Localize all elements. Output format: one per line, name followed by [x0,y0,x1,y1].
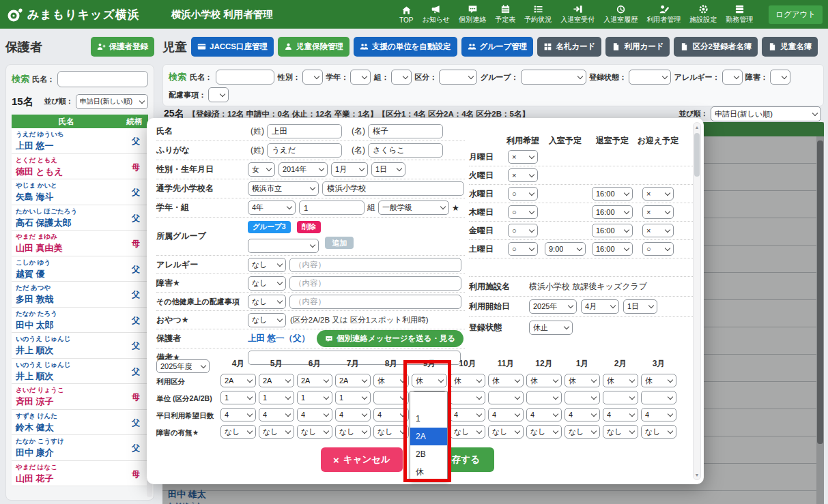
guardian-row[interactable]: たなか こうすけ 田中 康介 父 [12,435,148,461]
kubun-select[interactable]: 休 [373,374,409,387]
tani-select[interactable] [641,391,676,404]
pickup-select[interactable]: × [642,205,674,219]
tani-select[interactable] [373,391,409,404]
start-year-select[interactable]: 2025年 [529,299,577,314]
start-month-select[interactable]: 4月 [581,299,619,314]
disability-flag-select[interactable]: なし [526,425,562,439]
filter-select[interactable] [350,70,371,85]
nav-history[interactable]: 入退室履歴 [603,4,638,25]
guardian-sort-select[interactable]: 申請日(新しい順) [76,94,148,109]
disability-flag-select[interactable]: なし [297,425,332,439]
guardian-row[interactable]: ただ あつや 多田 敦哉 父 [12,282,148,308]
guardian-row[interactable]: とくだ ともえ 徳田 ともえ 母 [12,154,148,180]
logout-button[interactable]: ログアウト [769,5,823,24]
wish-select[interactable]: ○ [508,187,538,201]
birth-day-select[interactable]: 1日 [371,162,405,177]
disability-flag-select[interactable]: なし [488,425,524,439]
scroll-down-icon[interactable]: ▼ [694,471,700,479]
exit-time-select[interactable]: 16:00 [592,205,633,219]
pickup-select[interactable]: × [642,224,674,237]
nav-work-management[interactable]: 勤務管理 [726,4,753,25]
last-name-input[interactable]: 上田 [267,124,342,138]
guardian-search-input[interactable] [57,71,148,87]
disability-flag-select[interactable]: なし [220,425,256,439]
tani-select[interactable] [450,391,485,404]
send-message-button[interactable]: 個別連絡メッセージを送る・見る [317,330,463,347]
tani-select[interactable]: 1 [297,391,332,404]
kubun-select[interactable]: 休 [565,374,600,387]
kubun-select[interactable]: 休 [412,374,447,387]
tani-select[interactable]: 1 [259,391,294,404]
kubun-select[interactable]: 2A [259,374,294,387]
filter-select[interactable] [208,87,229,102]
kubun-select[interactable]: 休 [641,374,676,387]
grade-select[interactable]: 4年 [248,201,296,215]
weekday-count-select[interactable]: 4 [373,408,409,421]
dropdown-option[interactable]: 1 [410,410,447,428]
cancel-button[interactable]: × キャンセル [321,447,403,472]
fiscal-year-select[interactable]: 2025年度 [156,359,210,373]
auto-unit-button[interactable]: 支援の単位を自動設定 [354,37,457,57]
tani-select[interactable] [603,391,638,404]
wish-select[interactable]: ○ [508,224,538,237]
dropdown-option[interactable] [410,392,447,410]
filter-select[interactable] [770,70,790,85]
disability-flag-select[interactable]: なし [450,425,485,439]
guardian-link[interactable]: 上田 悠一（父） [248,333,310,344]
guardian-row[interactable]: たなか たろう 田中 太郎 父 [12,308,148,333]
disability-flag-select[interactable]: なし [259,425,294,439]
nav-top[interactable]: TOP [399,5,413,24]
exit-time-select[interactable]: 16:00 [592,242,633,256]
group-add-button[interactable]: 追加 [325,237,354,249]
disability-flag-select[interactable]: なし [603,425,638,439]
filter-select[interactable] [391,70,412,85]
enter-time-select[interactable]: 9:00 [545,242,586,256]
dropdown-option[interactable]: 休 [410,463,447,481]
kubun-select[interactable]: 2A [297,374,332,387]
guardian-row[interactable]: やまだ はなこ 山田 花子 母 [12,461,148,487]
tani-select[interactable] [565,391,600,404]
filter-select[interactable] [439,70,477,85]
name-tag-card-button[interactable]: 名札カード [537,37,601,57]
weekday-count-select[interactable]: 4 [565,408,600,421]
kubun-select[interactable]: 休 [526,374,562,387]
filter-select[interactable] [302,70,323,85]
disability-flag-select[interactable]: なし [641,425,676,439]
disability-flag-select[interactable]: なし [565,425,600,439]
pickup-select[interactable]: × [642,187,674,201]
snack-select[interactable]: なし [248,313,286,327]
weekday-count-select[interactable]: 4 [297,408,332,421]
birth-year-select[interactable]: 2014年 [279,162,328,177]
disability-select[interactable]: なし [248,276,286,291]
school-type-select[interactable]: 横浜市立 [248,181,319,196]
weekday-count-select[interactable]: 4 [335,408,371,421]
tani-select[interactable] [488,391,524,404]
guardian-row[interactable]: いのうえ じゅんじ 井上 順次 父 [12,333,148,359]
guardian-register-button[interactable]: 保護者登録 [91,37,155,57]
app-logo[interactable]: みまもりキッズ横浜 [5,5,140,23]
nav-news[interactable]: お知らせ [422,4,450,25]
children-search-input[interactable] [216,70,274,85]
birth-month-select[interactable]: 1月 [331,162,368,177]
exit-time-select[interactable]: 16:00 [592,224,633,237]
nav-user-management[interactable]: 利用者管理 [646,4,681,25]
kubun-select[interactable]: 休 [603,374,638,387]
child-insurance-button[interactable]: 児童保険管理 [278,37,349,57]
disability-flag-select[interactable]: なし [373,425,409,439]
nav-reservations[interactable]: 予約状況 [524,4,552,25]
first-kana-input[interactable]: さくらこ [368,143,443,158]
children-sort-select[interactable]: 申請日(新しい順) [711,106,821,121]
group-add-select[interactable] [248,239,319,253]
allergy-detail-input[interactable]: （内容） [289,258,461,272]
gender-select[interactable]: 女 [248,162,275,177]
guardian-row[interactable]: やまだ まゆみ 山田 真由美 母 [12,231,148,256]
allergy-select[interactable]: なし [248,258,286,272]
modal-scrollbar[interactable]: ▲ ▼ [693,122,701,480]
nav-facility-settings[interactable]: 施設設定 [689,4,717,25]
scroll-up-icon[interactable]: ▲ [694,123,700,132]
nav-messages[interactable]: 個別連絡 [459,4,486,25]
jaccs-account-button[interactable]: JACCS口座管理 [191,37,274,57]
disability-flag-select[interactable]: なし [335,425,371,439]
weekday-count-select[interactable]: 4 [526,408,562,421]
guardian-row[interactable]: いのうえ じゅんじ 井上 順次 父 [12,359,148,385]
